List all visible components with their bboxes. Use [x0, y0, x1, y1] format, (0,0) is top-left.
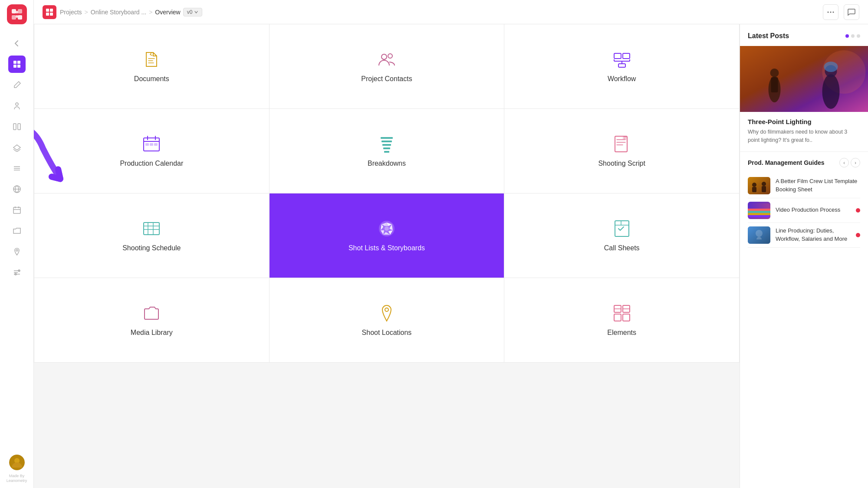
svg-point-68	[385, 226, 389, 231]
breadcrumb-overview: Overview	[155, 9, 180, 16]
sidebar-item-calendar[interactable]	[8, 201, 26, 219]
hero-post-image[interactable]	[740, 46, 868, 112]
grid-area: Documents Project Contacts	[34, 24, 740, 488]
guides-section: Prod. Management Guides ‹ ›	[740, 152, 868, 251]
sidebar-item-settings[interactable]	[8, 264, 26, 281]
sidebar-item-columns[interactable]	[8, 118, 26, 135]
version-badge[interactable]: v0	[183, 8, 203, 16]
svg-rect-60	[623, 136, 627, 140]
guide-item-1[interactable]: A Better Film Crew List Template Booking…	[748, 174, 860, 198]
post-title[interactable]: Three-Point Lighting	[748, 118, 860, 125]
module-workflow[interactable]: Workflow	[504, 24, 740, 109]
svg-rect-82	[771, 77, 778, 92]
svg-point-34	[828, 11, 829, 13]
dot-1[interactable]	[845, 34, 849, 38]
guides-title: Prod. Management Guides	[748, 159, 825, 166]
svg-rect-40	[623, 53, 630, 59]
guides-prev-button[interactable]: ‹	[839, 158, 849, 167]
sidebar-item-globe[interactable]	[8, 180, 26, 198]
call-sheets-icon	[612, 219, 631, 238]
svg-point-38	[388, 54, 392, 58]
svg-point-5	[16, 15, 18, 18]
svg-rect-30	[46, 9, 49, 12]
module-shooting-script[interactable]: Shooting Script	[504, 109, 740, 193]
document-icon	[142, 50, 161, 69]
sidebar-item-grid[interactable]	[8, 56, 26, 73]
svg-rect-53	[154, 143, 158, 146]
module-shoot-locations[interactable]: Shoot Locations	[270, 278, 505, 363]
sidebar-item-folder[interactable]	[8, 222, 26, 239]
call-sheets-label: Call Sheets	[604, 244, 640, 252]
post-content: Three-Point Lighting Why do filmmakers n…	[740, 112, 868, 152]
module-shot-lists[interactable]: Shot Lists & Storyboards	[270, 193, 505, 278]
workflow-icon	[612, 50, 631, 69]
shoot-locations-label: Shoot Locations	[362, 329, 412, 337]
production-calendar-label: Production Calendar	[120, 160, 183, 167]
module-shooting-schedule[interactable]: Shooting Schedule	[34, 193, 270, 278]
svg-point-86	[824, 62, 838, 72]
svg-rect-89	[752, 187, 756, 192]
module-project-contacts[interactable]: Project Contacts	[270, 24, 505, 109]
elements-label: Elements	[607, 329, 636, 337]
guides-next-button[interactable]: ›	[851, 158, 860, 167]
sidebar-item-person[interactable]	[8, 97, 26, 115]
guide-item-3[interactable]: Line Producing: Duties, Workflow, Salari…	[748, 223, 860, 248]
sidebar-item-list[interactable]	[8, 160, 26, 177]
svg-rect-11	[13, 124, 16, 130]
svg-rect-56	[382, 144, 391, 146]
svg-rect-55	[381, 141, 392, 142]
svg-rect-91	[762, 186, 766, 192]
post-excerpt: Why do filmmakers need to know about 3 p…	[748, 128, 860, 144]
sidebar-item-back[interactable]	[8, 35, 26, 52]
elements-icon	[612, 304, 631, 323]
module-media-library[interactable]: Media Library	[34, 278, 270, 363]
topbar: Projects > Online Storyboard ... > Overv…	[34, 0, 868, 24]
svg-point-35	[830, 11, 832, 13]
breadcrumb: Projects > Online Storyboard ... > Overv…	[60, 8, 202, 16]
breakdowns-icon	[377, 134, 396, 154]
project-contacts-label: Project Contacts	[361, 75, 412, 83]
svg-rect-75	[614, 314, 621, 321]
guide-3-text: Line Producing: Duties, Workflow, Salari…	[776, 227, 851, 242]
module-documents[interactable]: Documents	[34, 24, 270, 109]
made-by-label: Made By Leanometry	[0, 474, 33, 484]
dot-indicators	[845, 34, 860, 38]
breakdowns-label: Breakdowns	[368, 160, 406, 167]
svg-rect-7	[17, 61, 20, 64]
dot-3[interactable]	[857, 34, 860, 38]
svg-rect-31	[50, 9, 53, 12]
chat-button[interactable]	[844, 4, 859, 20]
guide-item-2[interactable]: Video Production Process	[748, 198, 860, 223]
breadcrumb-storyboard[interactable]: Online Storyboard ...	[91, 9, 146, 16]
svg-point-36	[833, 11, 834, 13]
module-grid: Documents Project Contacts	[34, 24, 740, 363]
avatar[interactable]	[9, 455, 25, 470]
breadcrumb-projects[interactable]: Projects	[60, 9, 82, 16]
shoot-locations-icon	[377, 304, 396, 323]
svg-rect-3	[18, 15, 22, 20]
svg-rect-33	[50, 13, 53, 16]
guide-thumb-2	[748, 202, 770, 219]
module-production-calendar[interactable]: Production Calendar	[34, 109, 270, 193]
sidebar-item-location[interactable]	[8, 243, 26, 260]
shooting-script-label: Shooting Script	[598, 160, 645, 167]
sidebar-item-pencil[interactable]	[8, 76, 26, 94]
svg-point-37	[381, 54, 387, 59]
svg-rect-61	[144, 223, 159, 235]
app-logo[interactable]	[7, 4, 27, 24]
media-library-icon	[142, 304, 161, 323]
guides-nav: ‹ ›	[839, 158, 860, 167]
more-options-button[interactable]	[823, 4, 838, 20]
dot-2[interactable]	[851, 34, 855, 38]
production-calendar-icon	[142, 134, 161, 154]
svg-rect-76	[623, 314, 630, 321]
module-elements[interactable]: Elements	[504, 278, 740, 363]
svg-rect-8	[13, 65, 16, 68]
svg-rect-2	[12, 15, 16, 20]
workflow-label: Workflow	[608, 75, 636, 83]
latest-posts-header: Latest Posts	[740, 24, 868, 46]
module-call-sheets[interactable]: Call Sheets	[504, 193, 740, 278]
sidebar-item-layers[interactable]	[8, 139, 26, 156]
module-breakdowns[interactable]: Breakdowns	[270, 109, 505, 193]
contacts-icon	[377, 50, 396, 69]
